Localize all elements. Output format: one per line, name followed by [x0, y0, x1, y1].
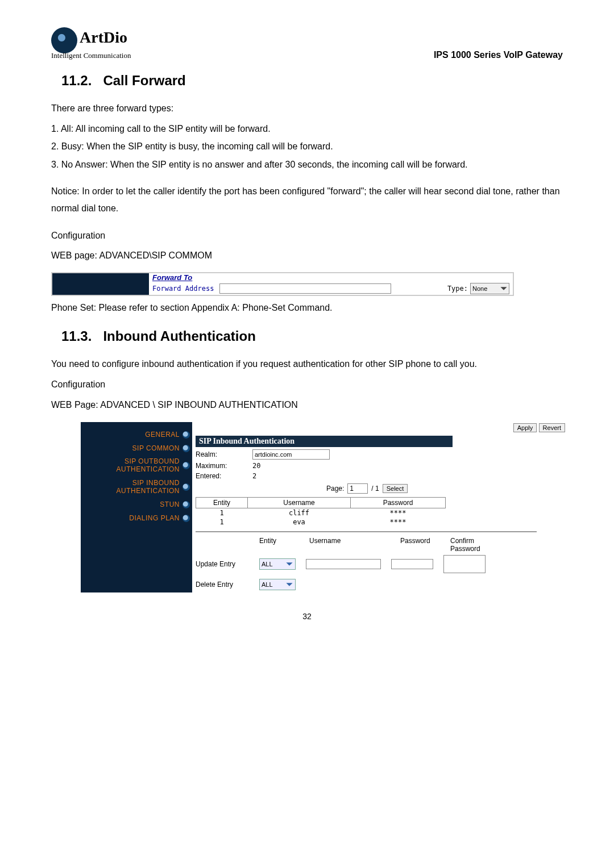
- phone-set-note: Phone Set: Please refer to section Appen…: [51, 299, 563, 316]
- logo-mark-icon: [51, 27, 77, 53]
- revert-button[interactable]: Revert: [539, 423, 565, 432]
- confirm-password-col-label: Confirm Password: [450, 537, 489, 553]
- chevron-down-icon: [500, 285, 508, 293]
- maximum-label: Maximum:: [196, 462, 252, 470]
- col-username: Username: [248, 498, 351, 508]
- update-entry-label: Update Entry: [196, 560, 249, 568]
- page-input[interactable]: 1: [347, 483, 368, 494]
- web-page-label-2: WEB Page: ADVANCED \ SIP INBOUND AUTHENT…: [51, 397, 563, 414]
- forward-sidebar-stub: [52, 273, 149, 295]
- list-item: 1. All: All incoming call to the SIP ent…: [51, 120, 563, 137]
- table-row: 1cliff****: [196, 508, 446, 518]
- section-11-3-heading: 11.3. Inbound Authentication: [61, 328, 563, 344]
- username-col-label: Username: [309, 537, 389, 553]
- table-row: 1eva****: [196, 518, 446, 527]
- page-label: Page:: [326, 485, 344, 493]
- apply-button[interactable]: Apply: [513, 423, 537, 432]
- sec1-lead: There are three forward types:: [51, 100, 563, 117]
- sidebar-item-general[interactable]: GENERAL: [145, 428, 192, 441]
- sidebar-dot-icon: [182, 445, 190, 452]
- sidebar-item-sip-common[interactable]: SIP COMMON: [132, 441, 192, 455]
- sidebar-item-stun[interactable]: STUN: [160, 498, 192, 511]
- page-number: 32: [51, 612, 563, 621]
- type-label: Type:: [447, 285, 468, 293]
- update-entity-select[interactable]: ALL: [259, 558, 296, 570]
- logo-main: ArtDio: [80, 28, 127, 46]
- page-total: / 1: [371, 485, 379, 493]
- sidebar-dot-icon: [182, 483, 190, 491]
- list-item: 3. No Answer: When the SIP entity is no …: [51, 156, 563, 173]
- sidebar-dot-icon: [182, 431, 190, 439]
- type-select[interactable]: None: [470, 283, 509, 294]
- logo-sub: Intelligent Communication: [51, 51, 131, 60]
- forward-to-screenshot: Forward To Forward Address Type: None: [51, 272, 514, 296]
- header-right: IPS 1000 Series VoIP Gateway: [434, 50, 563, 60]
- sec1-notice: Notice: In order to let the caller ident…: [51, 183, 563, 216]
- delete-entity-select[interactable]: ALL: [259, 579, 296, 590]
- config-label-2: Configuration: [51, 376, 563, 393]
- col-password: Password: [351, 498, 446, 508]
- forward-to-title: Forward To: [152, 273, 509, 282]
- forward-address-input[interactable]: [219, 283, 391, 294]
- maximum-value: 20: [252, 462, 260, 470]
- logo: ArtDio Intelligent Communication: [51, 27, 131, 60]
- page-header: ArtDio Intelligent Communication IPS 100…: [51, 27, 563, 60]
- section-11-2-heading: 11.2. Call Forward: [61, 73, 563, 89]
- forward-address-label: Forward Address: [152, 285, 214, 293]
- web-page-label: WEB page: ADVANCED\SIP COMMOM: [51, 247, 563, 264]
- delete-entry-label: Delete Entry: [196, 581, 249, 589]
- sidebar-dot-icon: [182, 515, 190, 522]
- sidebar-item-sip-inbound-auth[interactable]: SIP INBOUND AUTHENTICATION: [117, 477, 192, 498]
- sidebar-dot-icon: [182, 462, 190, 469]
- sidebar-dot-icon: [182, 501, 190, 508]
- chevron-down-icon: [285, 581, 293, 589]
- update-username-input[interactable]: [306, 559, 381, 569]
- update-confirm-password-input[interactable]: [443, 555, 486, 573]
- entity-col-label: Entity: [259, 537, 298, 553]
- inbound-auth-banner: SIP Inbound Authentication: [196, 436, 453, 447]
- inbound-auth-screenshot: GENERAL SIP COMMON SIP OUTBOUND AUTHENTI…: [81, 422, 570, 592]
- sidebar: GENERAL SIP COMMON SIP OUTBOUND AUTHENTI…: [81, 422, 192, 592]
- auth-table: Entity Username Password 1cliff**** 1eva…: [196, 497, 446, 527]
- sec2-lead: You need to configure inbound authentica…: [51, 356, 563, 373]
- col-entity: Entity: [196, 498, 248, 508]
- config-label: Configuration: [51, 227, 563, 244]
- entered-value: 2: [252, 472, 256, 480]
- chevron-down-icon: [285, 560, 293, 568]
- update-password-input[interactable]: [391, 559, 433, 569]
- sidebar-item-dialing-plan[interactable]: DIALING PLAN: [129, 511, 192, 525]
- list-item: 2. Busy: When the SIP entity is busy, th…: [51, 138, 563, 155]
- select-button[interactable]: Select: [383, 484, 408, 493]
- realm-label: Realm:: [196, 450, 252, 458]
- sidebar-item-sip-outbound-auth[interactable]: SIP OUTBOUND AUTHENTICATION: [117, 455, 192, 477]
- entered-label: Entered:: [196, 472, 252, 480]
- password-col-label: Password: [400, 537, 439, 553]
- realm-input[interactable]: artdioinc.com: [252, 449, 330, 460]
